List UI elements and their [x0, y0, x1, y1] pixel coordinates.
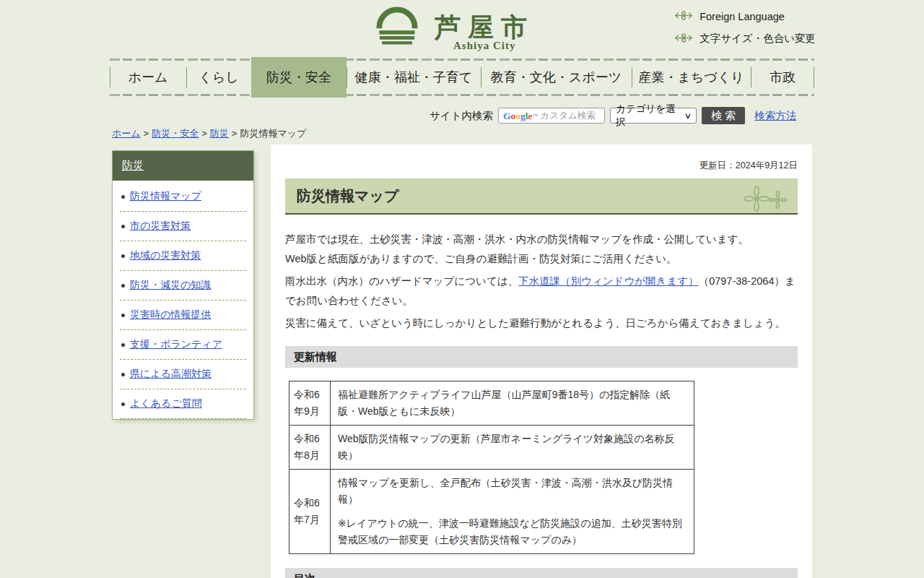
table-row: 令和6年9月 福祉避難所アクティブライフ山芦屋（山芦屋町9番18号）の指定解除（…: [289, 381, 694, 426]
table-cell-text: Web版防災情報マップの更新（芦屋市ネーミングライツ対象施設の名称反映）: [338, 431, 687, 464]
table-cell-date: 令和6年7月: [289, 470, 331, 554]
sidebar-header-link[interactable]: 防災: [122, 159, 144, 173]
main-navigation: ホーム くらし 防災・安全 健康・福祉・子育て 教育・文化・スポーツ 産業・まち…: [110, 61, 814, 94]
sidebar-item-region-measures[interactable]: 地域の災害対策: [120, 241, 246, 271]
sidebar-list: 防災情報マップ 市の災害対策 地域の災害対策 防災・減災の知識 災害時の情報提供…: [113, 181, 253, 419]
foreign-language-label: Foreign Language: [699, 11, 785, 22]
chevron-down-icon: ∨: [684, 111, 692, 121]
flourish-icon: [737, 180, 795, 215]
divider-bottom: [110, 94, 814, 96]
sidebar-item-label[interactable]: 地域の災害対策: [130, 249, 201, 261]
search-help-link[interactable]: 検索方法: [754, 109, 796, 123]
table-cell-text: 情報マップを更新し、全戸配布（土砂災害・津波・高潮・洪水及び防災情報）: [338, 475, 687, 508]
sidebar-item-label[interactable]: 県による高潮対策: [130, 368, 212, 379]
nav-item-kurashi[interactable]: くらし: [186, 61, 251, 94]
category-select[interactable]: カテゴリを選択 ∨: [610, 108, 697, 124]
ashiya-city-logo-icon[interactable]: [375, 6, 419, 49]
table-row: 令和6年7月 情報マップを更新し、全戸配布（土砂災害・津波・高潮・洪水及び防災情…: [289, 470, 694, 554]
ornament-icon: [675, 33, 692, 46]
table-cell-description: Web版防災情報マップの更新（芦屋市ネーミングライツ対象施設の名称反映）: [331, 426, 694, 470]
update-history-table: 令和6年9月 福祉避難所アクティブライフ山芦屋（山芦屋町9番18号）の指定解除（…: [289, 381, 694, 554]
table-row: 令和6年8月 Web版防災情報マップの更新（芦屋市ネーミングライツ対象施設の名称…: [289, 426, 694, 470]
site-search-bar: サイト内検索 Google™カスタム検索 カテゴリを選択 ∨ 検 索 検索方法: [430, 107, 796, 124]
category-selected-value: カテゴリを選択: [616, 103, 685, 129]
page-title: 防災情報マップ: [285, 186, 398, 206]
contact-text-pre: 雨水出水（内水）のハザードマップについては、: [285, 275, 518, 287]
search-input[interactable]: Google™カスタム検索: [498, 108, 605, 124]
text-size-color-link[interactable]: 文字サイズ・色合い変更: [675, 32, 816, 46]
foreign-language-link[interactable]: Foreign Language: [675, 10, 785, 23]
update-info-section-header: 更新情報: [285, 346, 798, 368]
sidebar-item-support-volunteer[interactable]: 支援・ボランティア: [120, 330, 246, 360]
search-placeholder: カスタム検索: [541, 110, 596, 122]
main-content-panel: 更新日：2024年9月12日 防災情報マップ 芦屋市では現在、土砂災害・津波・高…: [271, 144, 812, 578]
breadcrumb-current: 防災情報マップ: [240, 128, 306, 139]
sidebar-item-label[interactable]: 支援・ボランティア: [130, 338, 222, 350]
nav-item-home[interactable]: ホーム: [110, 61, 186, 94]
intro-line-1: 芦屋市では現在、土砂災害・津波・高潮・洪水・内水の防災情報マップを作成・公開して…: [285, 233, 749, 245]
contact-paragraph: 雨水出水（内水）のハザードマップについては、下水道課（別ウィンドウが開きます）（…: [285, 272, 799, 311]
table-cell-date: 令和6年9月: [289, 381, 331, 426]
breadcrumb: ホーム>防災・安全>防災>防災情報マップ: [112, 127, 306, 140]
nav-item-kenko-fukushi-kosodate[interactable]: 健康・福祉・子育て: [346, 61, 481, 94]
breadcrumb-separator: >: [144, 128, 149, 139]
sidebar-header[interactable]: 防災: [113, 151, 253, 181]
sidebar-item-faq[interactable]: よくあるご質問: [120, 389, 246, 419]
site-search-label: サイト内検索: [430, 109, 493, 123]
sidebar-item-label[interactable]: 防災・減災の知識: [130, 279, 211, 290]
table-cell-text: 福祉避難所アクティブライフ山芦屋（山芦屋町9番18号）の指定解除（紙版・Web版…: [338, 387, 687, 420]
sidebar-item-bosai-map[interactable]: 防災情報マップ: [120, 182, 246, 212]
sidebar-item-label[interactable]: よくあるご質問: [130, 397, 202, 409]
intro-line-2: Web版と紙面版がありますので、ご自身の避難計画・防災対策にご活用ください。: [285, 253, 677, 264]
intro-paragraph: 芦屋市では現在、土砂災害・津波・高潮・洪水・内水の防災情報マップを作成・公開して…: [285, 230, 799, 269]
sidebar-item-city-measures[interactable]: 市の災害対策: [120, 212, 246, 241]
breadcrumb-home[interactable]: ホーム: [112, 128, 141, 139]
updated-date: 更新日：2024年9月12日: [699, 160, 798, 172]
sidebar-item-label[interactable]: 市の災害対策: [130, 220, 191, 231]
table-cell-date: 令和6年8月: [289, 426, 331, 470]
sidebar-item-label[interactable]: 防災情報マップ: [130, 190, 201, 202]
utility-links: Foreign Language 文字サイズ・色合い変更: [675, 10, 816, 46]
breadcrumb-separator: >: [201, 128, 207, 139]
sidebar-item-info-provision[interactable]: 災害時の情報提供: [120, 301, 246, 330]
google-tm: ™: [533, 113, 539, 119]
site-subtitle: Ashiya City: [453, 40, 515, 52]
search-button[interactable]: 検 索: [702, 107, 745, 124]
nav-item-kyoiku-bunka-sports[interactable]: 教育・文化・スポーツ: [481, 61, 632, 94]
nav-item-sangyo-machizukuri[interactable]: 産業・まちづくり: [632, 61, 751, 94]
preparedness-paragraph: 災害に備えて、いざという時にしっかりとした避難行動がとれるよう、日ごろから備えて…: [285, 314, 799, 333]
ornament-icon: [675, 10, 692, 23]
sidebar-item-label[interactable]: 災害時の情報提供: [130, 309, 211, 320]
table-cell-text: ※レイアウトの統一、津波一時避難施設など防災施設の追加、土砂災害特別警戒区域の一…: [338, 515, 687, 548]
breadcrumb-bosai-anzen[interactable]: 防災・安全: [152, 128, 199, 139]
breadcrumb-separator: >: [232, 128, 237, 139]
table-cell-description: 情報マップを更新し、全戸配布（土砂災害・津波・高潮・洪水及び防災情報） ※レイア…: [331, 470, 694, 554]
nav-item-bosai-anzen[interactable]: 防災・安全: [251, 57, 346, 98]
breadcrumb-bosai[interactable]: 防災: [210, 128, 229, 139]
sidebar-item-knowledge[interactable]: 防災・減災の知識: [120, 271, 246, 301]
page-title-banner: 防災情報マップ: [285, 178, 798, 215]
table-cell-description: 福祉避難所アクティブライフ山芦屋（山芦屋町9番18号）の指定解除（紙版・Web版…: [331, 381, 694, 426]
nav-item-shisei[interactable]: 市政: [751, 61, 814, 94]
google-watermark: Google: [503, 109, 533, 122]
sidebar-bosai-menu: 防災 防災情報マップ 市の災害対策 地域の災害対策 防災・減災の知識 災害時の情…: [112, 150, 254, 420]
sidebar-item-prefecture-takashio[interactable]: 県による高潮対策: [120, 360, 246, 389]
sewer-division-link[interactable]: 下水道課（別ウィンドウが開きます）: [518, 275, 699, 287]
text-size-color-label: 文字サイズ・色合い変更: [699, 32, 816, 46]
contents-section-header: 目次: [285, 568, 798, 578]
